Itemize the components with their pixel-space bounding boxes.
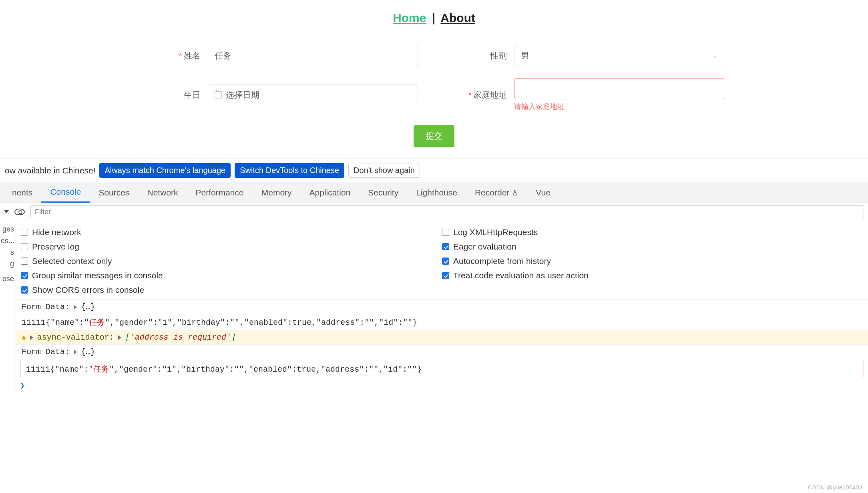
tab-sources[interactable]: Sources bbox=[90, 183, 138, 202]
console-sidebar[interactable]: ges es... s g ose bbox=[0, 221, 16, 395]
tab-recorder-label: Recorder bbox=[475, 188, 509, 197]
console-toolbar bbox=[0, 203, 868, 221]
console-option[interactable]: Autocomplete from history bbox=[442, 254, 863, 268]
console-option[interactable]: Log XMLHttpRequests bbox=[442, 225, 863, 239]
console-option[interactable]: Hide network bbox=[21, 225, 442, 239]
expand-icon[interactable] bbox=[74, 305, 77, 310]
log-object[interactable]: {…} bbox=[81, 302, 95, 312]
tab-elements[interactable]: nents bbox=[3, 183, 41, 202]
console-settings: Hide networkPreserve logSelected context… bbox=[16, 221, 868, 300]
tab-network[interactable]: Network bbox=[138, 183, 187, 202]
console-option[interactable]: Selected context only bbox=[21, 254, 442, 268]
tab-application[interactable]: Application bbox=[301, 183, 360, 202]
checkbox[interactable] bbox=[442, 229, 449, 236]
context-dropdown-icon[interactable] bbox=[4, 210, 9, 213]
birthday-placeholder: 选择日期 bbox=[226, 89, 259, 101]
checkbox[interactable] bbox=[21, 243, 28, 250]
console-option[interactable]: Preserve log bbox=[21, 239, 442, 254]
log-array[interactable]: ['address is required'] bbox=[125, 333, 236, 342]
watermark: CSDN @yue200403 bbox=[808, 484, 862, 491]
console-settings-right: Log XMLHttpRequestsEager evaluationAutoc… bbox=[442, 225, 863, 297]
log-label: Form Data: bbox=[22, 347, 70, 356]
option-label: Selected context only bbox=[32, 256, 112, 266]
log-line-selected[interactable]: 11111{"name":"任务","gender":"1","birthday… bbox=[20, 361, 864, 377]
option-label: Treat code evaluation as user action bbox=[453, 271, 589, 280]
tab-lighthouse[interactable]: Lighthouse bbox=[407, 183, 466, 202]
checkbox[interactable] bbox=[21, 229, 28, 236]
checkbox[interactable] bbox=[442, 258, 449, 265]
option-label: Group similar messages in console bbox=[32, 271, 163, 280]
console-option[interactable]: Show CORS errors in console bbox=[21, 283, 442, 297]
expand-icon[interactable] bbox=[30, 335, 33, 340]
checkbox[interactable] bbox=[21, 272, 28, 279]
console-option[interactable]: Group similar messages in console bbox=[21, 268, 442, 283]
birthday-label: 生日 bbox=[184, 90, 201, 99]
address-input[interactable] bbox=[514, 78, 724, 99]
console-option[interactable]: Eager evaluation bbox=[442, 239, 863, 254]
expand-icon[interactable] bbox=[118, 335, 121, 340]
nav-home-link[interactable]: Home bbox=[393, 11, 426, 24]
form-item-name: 姓名 bbox=[160, 45, 418, 66]
banner-dismiss-button[interactable]: Don't show again bbox=[348, 163, 420, 178]
devtools-language-banner: ow available in Chinese! Always match Ch… bbox=[0, 159, 868, 182]
nav: Home | About bbox=[0, 11, 868, 25]
form-item-gender: 性别 男 ⌄ bbox=[466, 45, 724, 66]
tab-security[interactable]: Security bbox=[359, 183, 407, 202]
console-settings-left: Hide networkPreserve logSelected context… bbox=[21, 225, 442, 297]
checkbox[interactable] bbox=[442, 243, 449, 250]
log-text: 11111{"name":"任务","gender":"1","birthday… bbox=[26, 364, 422, 374]
birthday-datepicker[interactable]: 选择日期 bbox=[208, 84, 418, 105]
log-line-warning: ▲ async-validator: ['address is required… bbox=[16, 330, 868, 345]
checkbox[interactable] bbox=[21, 286, 28, 294]
banner-always-match-button[interactable]: Always match Chrome's language bbox=[99, 163, 231, 178]
option-label: Autocomplete from history bbox=[453, 256, 551, 266]
sidebar-item[interactable]: s bbox=[0, 247, 15, 258]
nav-about-link[interactable]: About bbox=[440, 11, 475, 24]
log-source: async-validator: bbox=[37, 333, 114, 342]
sidebar-item[interactable]: ges bbox=[0, 223, 15, 235]
checkbox[interactable] bbox=[21, 258, 28, 265]
option-label: Log XMLHttpRequests bbox=[453, 227, 538, 237]
live-expression-icon[interactable] bbox=[14, 209, 25, 215]
submit-button[interactable]: 提交 bbox=[414, 125, 454, 147]
name-label: 姓名 bbox=[179, 51, 201, 60]
tab-vue[interactable]: Vue bbox=[527, 183, 559, 202]
console-option[interactable]: Treat code evaluation as user action bbox=[442, 268, 863, 283]
warning-icon: ▲ bbox=[22, 334, 26, 342]
name-input[interactable] bbox=[208, 45, 418, 66]
log-line: Form Data: {…} bbox=[16, 300, 868, 314]
flask-icon bbox=[512, 189, 518, 196]
sidebar-item[interactable] bbox=[0, 270, 15, 273]
option-label: Eager evaluation bbox=[453, 242, 516, 252]
gender-value: 男 bbox=[521, 50, 529, 61]
option-label: Preserve log bbox=[32, 242, 79, 252]
tab-console[interactable]: Console bbox=[41, 182, 90, 203]
form-item-address: 家庭地址 请输入家庭地址 bbox=[466, 78, 724, 111]
checkbox[interactable] bbox=[442, 272, 449, 279]
console-prompt[interactable]: ❯ bbox=[16, 379, 868, 395]
log-text: 11111{"name":"任务","gender":"1","birthday… bbox=[22, 317, 417, 328]
form-item-birthday: 生日 选择日期 bbox=[160, 78, 418, 111]
option-label: Show CORS errors in console bbox=[32, 285, 144, 295]
tab-recorder[interactable]: Recorder bbox=[466, 183, 527, 202]
sidebar-item[interactable]: g bbox=[0, 258, 15, 270]
nav-separator: | bbox=[430, 11, 438, 24]
address-label: 家庭地址 bbox=[468, 90, 507, 99]
log-label: Form Data: bbox=[22, 302, 70, 312]
devtools-tabs: nents Console Sources Network Performanc… bbox=[0, 182, 868, 203]
gender-label: 性别 bbox=[490, 51, 507, 60]
console-log: Form Data: {…} 11111{"name":"任务","gender… bbox=[16, 300, 868, 395]
sidebar-item[interactable]: ose bbox=[0, 273, 15, 285]
app-page: Home | About 姓名 性别 男 ⌄ 生日 bbox=[0, 0, 868, 147]
console-body: ges es... s g ose Hide networkPreserve l… bbox=[0, 221, 868, 395]
console-filter-input[interactable] bbox=[30, 205, 864, 218]
option-label: Hide network bbox=[32, 227, 81, 237]
tab-memory[interactable]: Memory bbox=[253, 183, 301, 202]
tab-performance[interactable]: Performance bbox=[187, 183, 253, 202]
gender-select[interactable]: 男 ⌄ bbox=[514, 45, 724, 66]
sidebar-item[interactable]: es... bbox=[0, 235, 15, 247]
calendar-icon bbox=[215, 91, 222, 99]
log-object[interactable]: {…} bbox=[81, 347, 95, 356]
expand-icon[interactable] bbox=[74, 350, 77, 354]
banner-switch-button[interactable]: Switch DevTools to Chinese bbox=[235, 163, 344, 178]
